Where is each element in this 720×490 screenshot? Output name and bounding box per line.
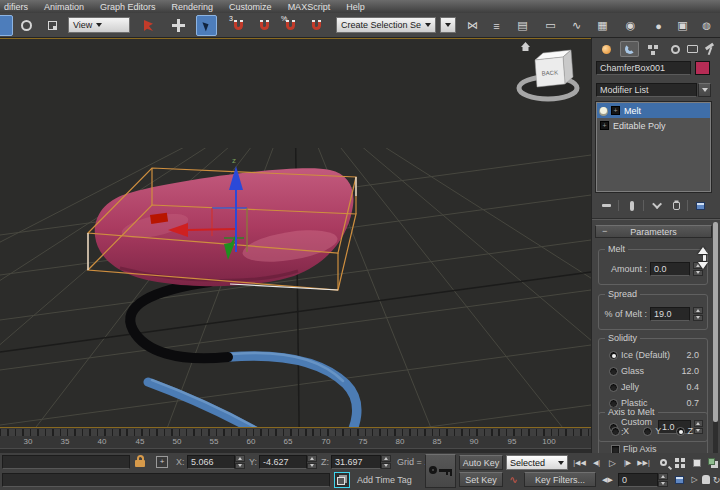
- solidity-option-jelly[interactable]: Jelly 0.4: [609, 382, 699, 392]
- reference-coordinate-dropdown[interactable]: View: [68, 17, 130, 33]
- tab-utilities[interactable]: [700, 41, 719, 57]
- modifier-list-arrow-button[interactable]: [698, 83, 711, 97]
- auto-key-button[interactable]: Auto Key: [459, 455, 503, 470]
- axis-z-option[interactable]: Z: [676, 426, 694, 436]
- set-key-button[interactable]: Set Key: [459, 472, 503, 487]
- modifier-expand-icon[interactable]: +: [600, 121, 609, 130]
- selection-filter-dropdown[interactable]: Selected: [506, 455, 568, 470]
- axis-y-option[interactable]: Y: [643, 426, 661, 436]
- maxscript-mini-listener[interactable]: [2, 455, 130, 469]
- parameters-rollout-header[interactable]: − Parameters: [595, 225, 712, 238]
- radio-glass[interactable]: [609, 367, 618, 376]
- selection-lock-button[interactable]: [135, 455, 145, 467]
- y-coord-spinner[interactable]: [307, 455, 317, 469]
- pct-of-melt-spinner[interactable]: [693, 307, 703, 321]
- menu-modifiers[interactable]: difiers: [0, 2, 36, 12]
- zoom-extents-all-button[interactable]: [705, 455, 720, 470]
- pin-stack-button[interactable]: [598, 198, 615, 213]
- menu-animation[interactable]: Animation: [36, 2, 92, 12]
- x-coord-spinner[interactable]: [235, 455, 245, 469]
- object-color-swatch[interactable]: [695, 61, 710, 75]
- select-and-manipulate-button[interactable]: [138, 15, 159, 36]
- named-selection-set-field[interactable]: Create Selection Se: [336, 17, 436, 33]
- key-filters-button[interactable]: Key Filters...: [524, 472, 596, 487]
- modifier-stack-item-melt[interactable]: + Melt: [597, 103, 710, 118]
- solidity-option-glass[interactable]: Glass 12.0: [609, 366, 699, 376]
- perspective-viewport[interactable]: z BACK: [0, 38, 591, 428]
- zoom-extents-button[interactable]: [689, 455, 704, 470]
- current-frame-field[interactable]: 0: [618, 473, 658, 487]
- material-editor-button[interactable]: ◉: [620, 15, 641, 36]
- go-to-end-button[interactable]: ▶▶|: [636, 455, 651, 470]
- tab-modify[interactable]: [620, 41, 639, 57]
- curve-editor-button[interactable]: ∿: [566, 15, 587, 36]
- menu-maxscript[interactable]: MAXScript: [280, 2, 339, 12]
- object-name-field[interactable]: ChamferBox001: [596, 61, 691, 75]
- solidity-option-ice[interactable]: Ice (Default) 2.0: [609, 350, 699, 360]
- remove-modifier-button[interactable]: [668, 198, 685, 213]
- amount-field[interactable]: 0.0: [650, 262, 690, 276]
- time-configuration-button[interactable]: [672, 472, 687, 487]
- percent-snap-button[interactable]: %: [280, 15, 301, 36]
- make-unique-button[interactable]: [650, 198, 667, 213]
- ribbon-toggle-button[interactable]: ▭: [540, 15, 561, 36]
- menu-graph-editors[interactable]: Graph Editors: [92, 2, 164, 12]
- go-to-start-button[interactable]: |◀◀: [572, 455, 587, 470]
- time-slider-ruler[interactable]: 30 35 40 45 50 55 60 65 70 75 80 85 90 9…: [0, 428, 591, 453]
- add-time-tag[interactable]: Add Time Tag: [357, 475, 412, 485]
- isolate-selection-button[interactable]: [334, 472, 350, 488]
- render-setup-button[interactable]: ●: [648, 15, 669, 36]
- modifier-expand-icon[interactable]: +: [611, 106, 620, 115]
- orbit-button[interactable]: ↻: [709, 472, 720, 487]
- scrollbar-thumb[interactable]: [713, 222, 718, 422]
- z-coord-field[interactable]: 31.697: [331, 455, 381, 469]
- snap-toggle-3d-button[interactable]: 3: [228, 15, 249, 36]
- select-object-button[interactable]: [196, 15, 217, 36]
- select-and-rotate-button[interactable]: [16, 15, 37, 36]
- modifier-list-dropdown[interactable]: Modifier List: [596, 83, 697, 97]
- selection-set-dropdown-button[interactable]: [440, 17, 456, 33]
- tab-hierarchy[interactable]: [643, 41, 662, 57]
- viewcube-face-label[interactable]: BACK: [542, 70, 559, 77]
- new-key-filter-icon[interactable]: ∿: [506, 472, 521, 487]
- menu-help[interactable]: Help: [338, 2, 373, 12]
- spinner-snap-button[interactable]: [306, 15, 327, 36]
- radio-jelly[interactable]: [609, 383, 618, 392]
- mirror-button[interactable]: ⋈: [462, 15, 483, 36]
- show-end-result-button[interactable]: [623, 198, 640, 213]
- menu-customize[interactable]: Customize: [221, 2, 280, 12]
- select-and-move-button[interactable]: [0, 15, 13, 36]
- z-coord-spinner[interactable]: [381, 455, 391, 469]
- use-pivot-center-button[interactable]: [168, 15, 189, 36]
- pct-of-melt-field[interactable]: 19.0: [650, 307, 690, 321]
- zoom-all-button[interactable]: [672, 455, 687, 470]
- radio-z[interactable]: [676, 427, 685, 436]
- x-coord-field[interactable]: 5.066: [187, 455, 235, 469]
- modifier-on-off-bulb-icon[interactable]: [600, 107, 607, 114]
- set-keys-button[interactable]: [425, 454, 456, 488]
- radio-ice[interactable]: [609, 351, 618, 360]
- angle-snap-button[interactable]: [254, 15, 275, 36]
- modifier-stack-item-editable-poly[interactable]: + Editable Poly: [597, 118, 710, 133]
- tab-create[interactable]: [597, 41, 616, 57]
- menu-rendering[interactable]: Rendering: [164, 2, 222, 12]
- play-button[interactable]: ▷: [605, 455, 620, 470]
- render-production-button[interactable]: ◍: [696, 15, 717, 36]
- zoom-button[interactable]: [656, 455, 671, 470]
- radio-y[interactable]: [643, 427, 652, 436]
- panel-scrollbar[interactable]: [713, 222, 718, 455]
- frame-spinner[interactable]: [658, 473, 668, 487]
- viewport-canvas[interactable]: z BACK: [0, 39, 591, 427]
- axis-x-option[interactable]: X: [611, 426, 629, 436]
- rendered-frame-button[interactable]: ▣: [672, 15, 693, 36]
- absolute-transform-toggle[interactable]: +: [156, 456, 168, 468]
- radio-x[interactable]: [611, 427, 620, 436]
- modifier-stack[interactable]: + Melt + Editable Poly: [596, 102, 711, 192]
- next-frame-button[interactable]: |▶: [620, 455, 635, 470]
- select-and-scale-button[interactable]: [42, 15, 63, 36]
- configure-modifier-sets-button[interactable]: [692, 198, 709, 213]
- y-coord-field[interactable]: -4.627: [259, 455, 307, 469]
- align-button[interactable]: ≡: [486, 15, 507, 36]
- layer-manager-button[interactable]: ▤: [512, 15, 533, 36]
- schematic-view-button[interactable]: ▦: [592, 15, 613, 36]
